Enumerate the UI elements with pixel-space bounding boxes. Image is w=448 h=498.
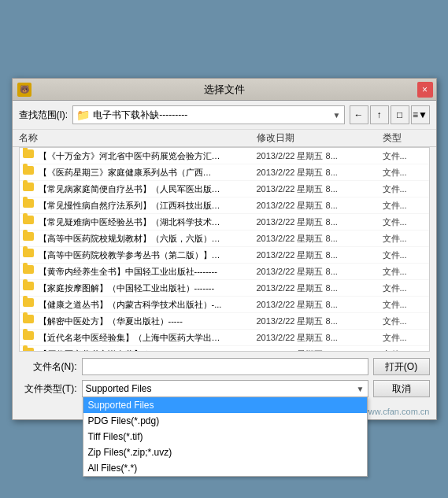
file-date: 2013/2/22 星期五 8... (257, 150, 383, 162)
file-type: 文件... (383, 150, 426, 162)
file-date: 2013/2/22 星期五 8... (257, 249, 383, 261)
file-type: 文件... (383, 233, 426, 245)
file-name: 【解密中医处方】（华夏出版社）----- (39, 315, 257, 327)
close-button[interactable]: × (417, 82, 433, 98)
file-date: 2013/2/22 星期五 8... (257, 183, 383, 195)
filename-label: 文件名(N): (19, 360, 82, 374)
file-date: 2013/2/22 星期五 8... (257, 233, 383, 245)
dialog: 🐻 选择文件 × 查找范围(I): 📁 电子书下载补缺--------- ▼ ←… (12, 78, 437, 420)
table-row[interactable]: 【近代名老中医经验集】（上海中医药大学出… 2013/2/22 星期五 8...… (20, 330, 429, 346)
combo-arrow-icon: ▼ (333, 111, 341, 120)
dropdown-option[interactable]: Supported Files (83, 397, 367, 413)
table-row[interactable]: 【健康之道丛书】（内蒙古科学技术出版社）-... 2013/2/22 星期五 8… (20, 297, 429, 313)
file-type: 文件... (383, 249, 426, 261)
file-date: 2013/2/22 星期五 8... (257, 266, 383, 278)
file-icon (23, 216, 35, 228)
file-icon (23, 149, 35, 162)
title-bar: 🐻 选择文件 × (13, 79, 436, 101)
filetype-combo-text: Supported Files (86, 383, 357, 394)
filetype-label: 文件类型(T): (19, 382, 82, 396)
filename-input[interactable] (82, 358, 368, 375)
file-type: 文件... (383, 183, 426, 195)
file-name: 【黄帝内经养生全书】中国轻工业出版社-------- (39, 266, 257, 278)
file-name: 【家庭按摩图解】（中国轻工业出版社）------- (39, 282, 257, 294)
table-row[interactable]: 【家庭按摩图解】（中国轻工业出版社）------- 2013/2/22 星期五 … (20, 280, 429, 297)
file-name: 【常见病家庭简便自疗丛书】（人民军医出版… (39, 183, 257, 195)
file-icon (23, 265, 35, 278)
dropdown-option[interactable]: PDG Files(*.pdg) (83, 413, 367, 429)
file-type: 文件... (383, 216, 426, 228)
app-icon: 🐻 (17, 83, 31, 97)
file-icon (23, 331, 35, 344)
file-date: 2013/2/22 星期五 8... (257, 167, 383, 179)
view-button[interactable]: ≡▼ (411, 105, 430, 124)
file-name: 【常见疑难病中医经验丛书】（湖北科学技术… (39, 216, 257, 228)
filetype-combo-arrow-icon: ▼ (357, 385, 365, 393)
file-type: 文件... (383, 332, 426, 344)
location-combo[interactable]: 📁 电子书下载补缺--------- ▼ (72, 105, 344, 124)
table-row[interactable]: 【《十万金方》河北省中医中药展览会验方汇… 2013/2/22 星期五 8...… (20, 148, 429, 164)
file-name: 【近代名老中医经验集】（上海中医药大学出… (39, 332, 257, 344)
dropdown-option[interactable]: All Files(*.*) (83, 460, 367, 476)
dropdown-option[interactable]: Zip Files(*.zip;*.uvz) (83, 445, 367, 460)
table-row[interactable]: 【解密中医处方】（华夏出版社）----- 2013/2/22 星期五 8... … (20, 313, 429, 330)
file-type: 文件... (383, 282, 426, 294)
file-icon (23, 199, 35, 212)
file-icon (23, 183, 35, 195)
table-row[interactable]: 【常见慢性病自然疗法系列】（江西科技出版… 2013/2/22 星期五 8...… (20, 197, 429, 214)
bottom-section: 文件名(N): 打开(O) 文件类型(T): Supported Files ▼… (13, 352, 436, 405)
file-list-container[interactable]: 【《十万金方》河北省中医中药展览会验方汇… 2013/2/22 星期五 8...… (19, 147, 430, 352)
table-row[interactable]: 【《医药星期三》家庭健康系列丛书（广西… 2013/2/22 星期五 8... … (20, 164, 429, 181)
back-button[interactable]: ← (350, 105, 368, 124)
col-date-header: 修改日期 (257, 131, 383, 145)
location-label: 查找范围(I): (19, 109, 68, 122)
file-name: 【《医药星期三》家庭健康系列丛书（广西… (39, 167, 257, 179)
filetype-combo[interactable]: Supported Files ▼ Supported FilesPDG Fil… (82, 380, 368, 397)
filename-row: 文件名(N): 打开(O) (19, 358, 430, 375)
file-date: 2013/2/22 星期五 8... (257, 216, 383, 228)
file-name: 【《十万金方》河北省中医中药展览会验方汇… (39, 150, 257, 162)
file-date: 2013/2/22 星期五 8... (257, 299, 383, 311)
table-row[interactable]: 【历代医家著书立说名著】★----- 2013/2/22 星期五 8... 文件… (20, 346, 429, 352)
table-row[interactable]: 【常见病家庭简便自疗丛书】（人民军医出版… 2013/2/22 星期五 8...… (20, 181, 429, 197)
col-name-header: 名称 (19, 131, 257, 145)
file-icon (23, 298, 35, 311)
up-button[interactable]: ↑ (370, 105, 389, 124)
file-icon (23, 315, 35, 327)
file-date: 2013/2/22 星期五 8... (257, 200, 383, 212)
file-icon (23, 232, 35, 245)
toolbar-buttons: ← ↑ □ ≡▼ (350, 105, 430, 124)
file-icon (23, 249, 35, 261)
dropdown-option[interactable]: Tiff Files(*.tif) (83, 429, 367, 445)
file-name: 【高等中医药院校教学参考丛书（第二版）】… (39, 249, 257, 261)
location-text: 电子书下载补缺--------- (93, 109, 332, 122)
table-row[interactable]: 【黄帝内经养生全书】中国轻工业出版社-------- 2013/2/22 星期五… (20, 264, 429, 280)
cancel-button[interactable]: 取消 (373, 380, 430, 397)
table-row[interactable]: 【高等中医药院校规划教材】（六版，六版）… 2013/2/22 星期五 8...… (20, 231, 429, 247)
file-type: 文件... (383, 315, 426, 327)
file-name: 【健康之道丛书】（内蒙古科学技术出版社）-... (39, 299, 257, 311)
file-type: 文件... (383, 299, 426, 311)
file-date: 2013/2/22 星期五 8... (257, 332, 383, 344)
column-header: 名称 修改日期 类型 (13, 130, 436, 147)
table-row[interactable]: 【高等中医药院校教学参考丛书（第二版）】… 2013/2/22 星期五 8...… (20, 247, 429, 264)
folder-icon: 📁 (76, 109, 90, 121)
dialog-title: 选择文件 (204, 83, 245, 97)
open-button[interactable]: 打开(O) (373, 358, 430, 375)
col-type-header: 类型 (383, 131, 430, 145)
file-name: 【常见慢性病自然疗法系列】（江西科技出版… (39, 200, 257, 212)
file-date: 2013/2/22 星期五 8... (257, 282, 383, 294)
filetype-dropdown: Supported FilesPDG Files(*.pdg)Tiff File… (83, 397, 368, 477)
file-date: 2013/2/22 星期五 8... (257, 315, 383, 327)
file-icon (23, 282, 35, 294)
file-icon (23, 166, 35, 179)
toolbar: 查找范围(I): 📁 电子书下载补缺--------- ▼ ← ↑ □ ≡▼ (13, 101, 436, 130)
new-folder-button[interactable]: □ (391, 105, 409, 124)
file-name: 【高等中医药院校规划教材】（六版，六版）… (39, 233, 257, 245)
filetype-row: 文件类型(T): Supported Files ▼ Supported Fil… (19, 380, 430, 397)
file-type: 文件... (383, 200, 426, 212)
file-list: 【《十万金方》河北省中医中药展览会验方汇… 2013/2/22 星期五 8...… (20, 148, 429, 352)
file-type: 文件... (383, 266, 426, 278)
table-row[interactable]: 【常见疑难病中医经验丛书】（湖北科学技术… 2013/2/22 星期五 8...… (20, 214, 429, 231)
file-type: 文件... (383, 167, 426, 179)
